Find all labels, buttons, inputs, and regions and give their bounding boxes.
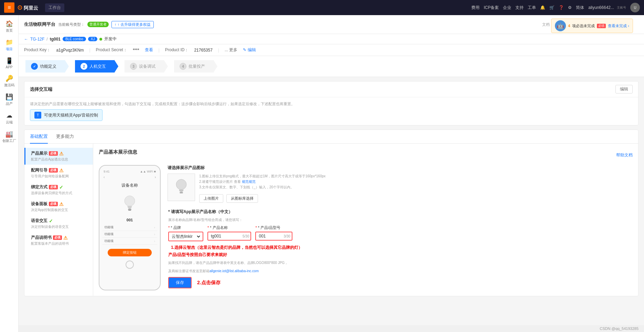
- export-doc-link[interactable]: 文档: [542, 22, 550, 27]
- left-nav-menu: 产品展示 必填 ⚠ 配置产品在App透出信息 配网引导 必填 ⚠: [24, 144, 93, 296]
- configured-section: 基础配置 更多能力 产品展示 必填 ⚠ 配置: [24, 130, 638, 296]
- alert-required-badge: 必填: [597, 24, 606, 28]
- form-row-main: * * 品牌 云智杰linkir: [168, 225, 632, 241]
- platform-meta: 当前账号类型：: [58, 22, 85, 27]
- phone-ctrl-row-1: 功能项›: [102, 224, 157, 231]
- form-name-title: * 请填写App展示产品名称（中文）: [168, 209, 632, 215]
- step-3[interactable]: 3 设备调试: [125, 60, 164, 73]
- nav-settings-icon[interactable]: ⚙: [568, 5, 572, 10]
- more-button[interactable]: ... 更多: [225, 47, 237, 53]
- breadcrumb-parent1[interactable]: TG-12F: [30, 37, 44, 42]
- nav-right: 费用 ICP备案 企业 支持 工单 🔔 🛒 ❓ ⚙ 简体 aliyun66642…: [471, 3, 640, 12]
- step-4-circle: 4: [180, 63, 186, 70]
- top-navbar: ≡ ⊙ 阿里云 工作台 费用 ICP备案 企业 支持 工单 🔔 🛒 ❓ ⚙ 简体…: [0, 0, 644, 15]
- gallery-button[interactable]: 从图标库选择: [226, 194, 258, 203]
- step-1-circle: ✓: [31, 63, 38, 70]
- nav-ticket[interactable]: 工单: [528, 5, 536, 11]
- svg-point-0: [125, 196, 135, 206]
- platform-edit-button[interactable]: 编辑: [615, 85, 633, 93]
- upload-image-button[interactable]: 上传图片: [199, 194, 223, 203]
- nav-fee[interactable]: 费用: [471, 5, 480, 11]
- chip-icon: 💾: [6, 93, 13, 101]
- step-4-label: 批量投产: [189, 64, 205, 69]
- status-warn-1: ⚠: [59, 168, 64, 173]
- status-warn-3: ⚠: [59, 201, 64, 207]
- phone-ctrl-row-2: 功能项›: [102, 231, 157, 238]
- edit-button[interactable]: ✎ 编辑: [243, 47, 256, 53]
- platform-select-section: 选择交互端 编辑 请决定您的产品需要在哪些交互端上能够被发现和使用，勾选如下交互…: [24, 81, 638, 125]
- nav-menu-product-display[interactable]: 产品展示 必填 ⚠ 配置产品在App透出信息: [24, 148, 93, 165]
- brand-select[interactable]: 云智杰linkir: [170, 233, 201, 240]
- email-link[interactable]: allgenie.iot@list.alibaba-inc.com: [210, 269, 259, 273]
- nav-lang[interactable]: 简体: [576, 5, 584, 11]
- sidebar-item-factory[interactable]: 🏭 创新工厂: [1, 128, 18, 145]
- nav-menu-device-panel[interactable]: 设备面板 必填 ⚠ 决定App控制面板的交互: [24, 198, 93, 215]
- product-display-layout: 9:41 ▲▲ WiFi ■ ‹ › 设备名称: [99, 165, 633, 290]
- step-4[interactable]: 4 批量投产: [174, 60, 213, 73]
- nav-support[interactable]: 支持: [515, 5, 524, 11]
- status-warn-5: ⚠: [63, 235, 68, 241]
- product-name-label: * * 产品名称: [207, 225, 251, 230]
- platform-select-title: 选择交互端: [30, 86, 52, 92]
- step-2-circle: 2: [80, 63, 87, 70]
- product-form: 请选择展示产品图标: [168, 165, 633, 290]
- sidebar-item-activate[interactable]: 🔑 激活码: [1, 73, 18, 90]
- phone-bulb: [119, 192, 140, 216]
- nav-help-icon[interactable]: ❓: [559, 5, 564, 10]
- tab-basic[interactable]: 基础配置: [30, 130, 48, 144]
- image-notes: 1.图标上传仅支持png格式，最大不能超过1M，图片尺寸高大于或等于160px*…: [199, 174, 633, 203]
- form-group-model: * * 产品/品型号 3/30: [255, 225, 292, 241]
- form-group-product-name: * * 产品名称 5/30: [207, 225, 251, 241]
- status-warn-0: ⚠: [59, 151, 64, 156]
- product-secret-link[interactable]: 查看: [145, 47, 153, 53]
- nav-menu-bind-method[interactable]: 绑定方式 必填 ✓ 选择设备拷贝绑定号的方式: [24, 181, 93, 198]
- save-button[interactable]: 保存: [168, 277, 192, 288]
- phone-controls: 功能项› 功能项› 功能项›: [102, 224, 157, 245]
- annotation-1: 1.选择云智杰（这里云智杰是灯的品牌，当然也可以选择其它品牌的灯）: [171, 245, 302, 251]
- alert-link[interactable]: 查看未完成 ›: [608, 23, 629, 29]
- product-info-bar: Product Key： a1gPvqz3KNm | Product Secre…: [19, 44, 644, 56]
- required-badge-0: 必填: [49, 151, 58, 156]
- phone-device-id: 001: [127, 218, 133, 222]
- nav-menu-network-guide[interactable]: 配网引导 必填 ⚠ 引导用户如何给设备配网: [24, 165, 93, 181]
- nav-cart-icon[interactable]: 🛒: [549, 5, 555, 10]
- menu-button[interactable]: ≡: [4, 2, 14, 13]
- nav-enterprise[interactable]: 企业: [503, 5, 511, 11]
- nav-menu-manual[interactable]: 产品说明书 必填 ⚠ 配置客版本产品的说明书: [24, 232, 93, 249]
- required-badge-3: 必填: [49, 202, 58, 206]
- image-note-link[interactable]: 规范规范: [242, 180, 256, 184]
- step-1[interactable]: ✓ 功能定义: [25, 60, 65, 73]
- upgrade-icon: ↑: [115, 22, 117, 26]
- model-label: * * 产品/品型号: [255, 225, 292, 230]
- required-badge-5: 必填: [53, 235, 62, 240]
- nav-bell-icon[interactable]: 🔔: [540, 5, 545, 10]
- svg-point-3: [176, 179, 186, 190]
- alert-count: 4: [568, 24, 570, 28]
- sidebar-item-project[interactable]: 📁 项目: [1, 36, 18, 54]
- key-icon: 🔑: [6, 75, 13, 82]
- nav-avatar[interactable]: U: [630, 3, 640, 12]
- sidebar-item-cloud[interactable]: ☁ 云端: [1, 110, 18, 127]
- help-link[interactable]: 帮助文档: [616, 152, 633, 158]
- required-badge-2: 必填: [49, 185, 58, 189]
- tab-more[interactable]: 更多能力: [56, 130, 74, 144]
- product-secret-label: Product Secret：: [96, 47, 127, 53]
- nav-user-role: 主账号: [617, 5, 626, 10]
- nav-menu-voice[interactable]: 语音交互 ✓ 决定控制设备的语音交互: [24, 215, 93, 232]
- phone-time: 9:41: [104, 170, 110, 173]
- sidebar-item-app[interactable]: 📱 APP: [1, 55, 18, 71]
- content-area: 生活物联网平台 当前账号类型： 普通开发者 ↑ ↑ 去升级得更多权益 文档 🤖 …: [19, 15, 644, 332]
- nav-username[interactable]: aliyun66642...: [588, 5, 614, 10]
- sidebar-item-home[interactable]: 🏠 首页: [1, 18, 18, 35]
- nav-icp[interactable]: ICP备案: [484, 5, 499, 11]
- nav-menu-product-display-sub: 配置产品在App透出信息: [31, 157, 87, 162]
- tabs-bar: 基础配置 更多能力: [24, 130, 638, 144]
- upgrade-button[interactable]: ↑ ↑ 去升级得更多权益: [111, 21, 154, 28]
- workspace-label[interactable]: 工作台: [45, 3, 64, 12]
- product-name-input[interactable]: [208, 232, 243, 240]
- back-arrow-icon[interactable]: ←: [24, 37, 28, 42]
- step-2[interactable]: 2 人机交互: [75, 60, 114, 73]
- sidebar-item-firmware[interactable]: 💾 品产: [1, 91, 18, 108]
- platform-option-tmall[interactable]: T 可使用天猫精灵App/音箱控制: [30, 109, 103, 121]
- model-input[interactable]: [256, 232, 283, 240]
